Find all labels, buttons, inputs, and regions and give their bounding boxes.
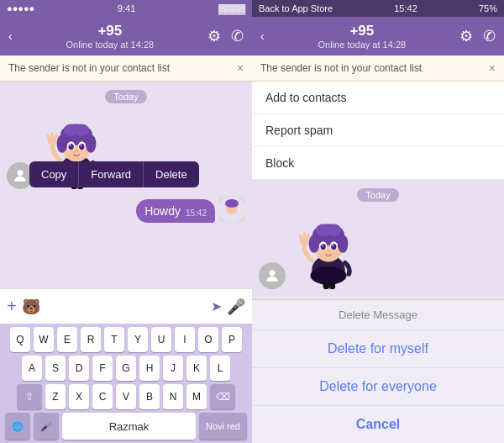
- key-o[interactable]: O: [198, 327, 218, 352]
- left-status-bar: ●●●●● 9:41 ▓▓▓▓: [0, 0, 252, 17]
- keyboard: Q W E R T Y U I O P A S D F G H J K L ⇧ …: [0, 324, 252, 443]
- copy-button[interactable]: Copy: [29, 161, 79, 187]
- key-r[interactable]: R: [81, 327, 101, 352]
- settings-icon[interactable]: ⚙: [207, 27, 221, 45]
- right-battery: 75%: [479, 3, 497, 13]
- left-chat-area: Today: [0, 82, 252, 288]
- left-time: 9:41: [118, 3, 135, 13]
- svg-point-19: [50, 133, 54, 139]
- dropdown-report-spam[interactable]: Report spam: [252, 114, 504, 147]
- key-s[interactable]: S: [45, 356, 66, 381]
- key-shift[interactable]: ⇧: [17, 384, 42, 409]
- left-back-button[interactable]: ‹: [8, 29, 13, 43]
- svg-point-16: [76, 150, 78, 152]
- key-z[interactable]: Z: [45, 384, 66, 409]
- key-w[interactable]: W: [34, 327, 54, 352]
- right-back-appstore[interactable]: Back to App Store: [259, 3, 333, 13]
- key-c[interactable]: C: [92, 384, 113, 409]
- key-b[interactable]: B: [139, 384, 160, 409]
- svg-point-40: [322, 245, 323, 246]
- key-k[interactable]: K: [186, 356, 207, 381]
- key-g[interactable]: G: [116, 356, 136, 381]
- keyboard-row-2: A S D F G H J K L: [2, 356, 250, 381]
- right-status-bar: Back to App Store 15:42 75%: [252, 0, 504, 17]
- key-n[interactable]: N: [163, 384, 183, 409]
- right-sticker-girl-svg: [291, 214, 366, 289]
- key-backspace[interactable]: ⌫: [210, 384, 235, 409]
- svg-point-32: [309, 235, 320, 253]
- delete-button[interactable]: Delete: [144, 161, 199, 187]
- left-header-icons: ⚙ ✆: [207, 27, 244, 45]
- key-globe[interactable]: 🌐: [5, 413, 30, 440]
- key-return[interactable]: Novi red: [199, 413, 247, 440]
- cancel-button[interactable]: Cancel: [252, 406, 504, 443]
- svg-rect-47: [323, 283, 329, 289]
- send-button[interactable]: ➤: [211, 298, 222, 314]
- svg-point-35: [326, 224, 341, 236]
- right-warning-close-button[interactable]: ×: [489, 61, 496, 75]
- svg-point-45: [302, 233, 306, 239]
- left-input-bar: + 🐻 ➤ 🎤: [0, 288, 252, 324]
- left-header-center: +95 Online today at 14:28: [66, 23, 155, 50]
- svg-point-14: [70, 145, 71, 146]
- key-f[interactable]: F: [92, 356, 113, 381]
- right-date-badge: Today: [252, 187, 504, 202]
- delete-dialog-title: Delete Message: [252, 300, 504, 330]
- message-sticker-thumb: [218, 196, 245, 223]
- battery-icon: ▓▓▓▓: [218, 3, 245, 13]
- key-l[interactable]: L: [210, 356, 230, 381]
- context-menu: Copy Forward Delete: [29, 161, 199, 187]
- right-header-icons: ⚙ ✆: [459, 27, 496, 45]
- message-input[interactable]: [45, 300, 206, 314]
- right-header-title: +95: [318, 23, 407, 40]
- key-v[interactable]: V: [116, 384, 136, 409]
- key-e[interactable]: E: [57, 327, 77, 352]
- left-panel: ●●●●● 9:41 ▓▓▓▓ ‹ +95 Online today at 14…: [0, 0, 252, 443]
- key-mic[interactable]: 🎤: [34, 413, 59, 440]
- keyboard-bottom-row: 🌐 🎤 Razmak Novi red: [2, 413, 250, 440]
- key-d[interactable]: D: [69, 356, 89, 381]
- right-header: ‹ +95 Online today at 14:28 ⚙ ✆: [252, 17, 504, 55]
- message-time: 15:42: [186, 208, 207, 218]
- key-h[interactable]: H: [139, 356, 160, 381]
- delete-for-everyone-button[interactable]: Delete for everyone: [252, 368, 504, 406]
- key-j[interactable]: J: [163, 356, 183, 381]
- key-x[interactable]: X: [69, 384, 89, 409]
- key-space[interactable]: Razmak: [62, 413, 196, 440]
- keyboard-row-3: ⇧ Z X C V B N M ⌫: [2, 384, 250, 409]
- key-t[interactable]: T: [104, 327, 124, 352]
- left-status-left: ●●●●●: [7, 3, 34, 13]
- svg-rect-48: [329, 283, 335, 289]
- svg-point-26: [270, 270, 276, 276]
- key-i[interactable]: I: [175, 327, 195, 352]
- left-header-subtitle: Online today at 14:28: [66, 40, 155, 50]
- right-warning-text: The sender is not in your contact list: [260, 62, 422, 74]
- key-u[interactable]: U: [151, 327, 171, 352]
- delete-for-myself-button[interactable]: Delete for myself: [252, 330, 504, 368]
- key-q[interactable]: Q: [10, 327, 30, 352]
- right-sticker-message: [252, 210, 504, 293]
- svg-point-6: [57, 134, 68, 153]
- warning-close-button[interactable]: ×: [237, 61, 244, 75]
- svg-point-7: [86, 134, 97, 153]
- right-back-button[interactable]: ‹: [260, 29, 265, 43]
- dropdown-menu: Add to contacts Report spam Block: [252, 82, 504, 180]
- right-settings-icon[interactable]: ⚙: [459, 27, 473, 45]
- svg-point-38: [321, 244, 326, 250]
- plus-button[interactable]: +: [7, 297, 17, 316]
- right-sticker-image: [291, 214, 366, 289]
- key-y[interactable]: Y: [128, 327, 148, 352]
- key-m[interactable]: M: [186, 384, 207, 409]
- svg-point-28: [310, 266, 346, 285]
- emoji-button[interactable]: 🐻: [22, 298, 40, 316]
- dropdown-block[interactable]: Block: [252, 147, 504, 179]
- right-call-icon[interactable]: ✆: [483, 27, 496, 45]
- key-a[interactable]: A: [22, 356, 42, 381]
- key-p[interactable]: P: [222, 327, 242, 352]
- mic-button[interactable]: 🎤: [227, 298, 245, 316]
- dropdown-add-contacts[interactable]: Add to contacts: [252, 82, 504, 114]
- call-icon[interactable]: ✆: [231, 27, 244, 45]
- keyboard-row-1: Q W E R T Y U I O P: [2, 327, 250, 352]
- forward-button[interactable]: Forward: [79, 161, 144, 187]
- left-date-badge: Today: [0, 88, 252, 103]
